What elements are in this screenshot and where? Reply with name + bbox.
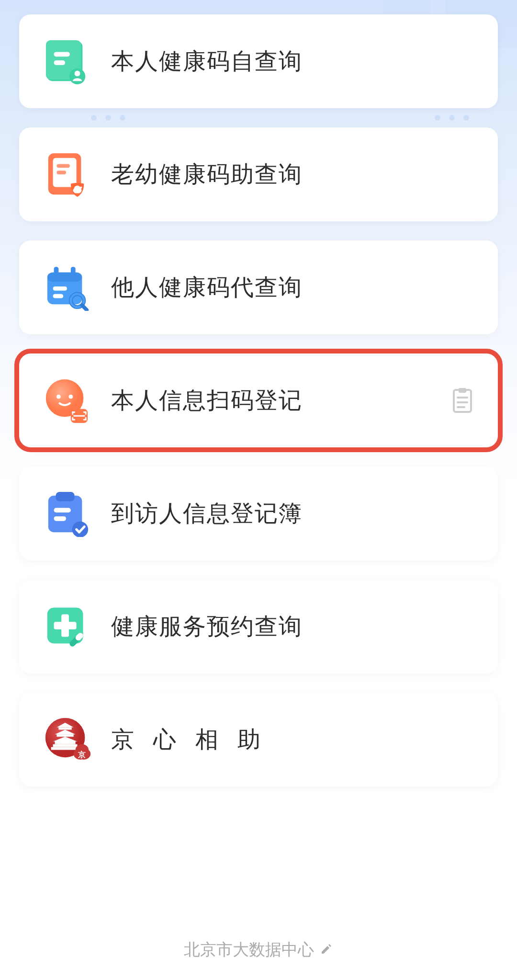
svg-rect-44	[58, 728, 71, 730]
medical-cross-icon	[43, 603, 91, 650]
svg-rect-31	[54, 508, 71, 513]
menu-item-self-healthcode-query[interactable]: 本人健康码自查询	[19, 14, 498, 108]
menu-item-elderly-child-healthcode-query[interactable]: 老幼健康码助查询	[19, 127, 498, 221]
face-scan-icon	[43, 376, 91, 424]
footer: 北京市大数据中心	[0, 939, 517, 961]
svg-rect-45	[56, 734, 73, 737]
svg-text:京: 京	[78, 751, 86, 759]
svg-rect-47	[53, 744, 78, 747]
menu-item-visitor-register[interactable]: 到访人信息登记簿	[19, 467, 498, 560]
beijing-temple-icon: 京	[43, 716, 91, 763]
svg-rect-24	[454, 390, 471, 412]
menu-item-others-healthcode-query[interactable]: 他人健康码代查询	[19, 240, 498, 334]
menu-item-label: 本人信息扫码登记	[111, 385, 451, 416]
clipboard-icon	[451, 387, 474, 414]
footer-text: 北京市大数据中心	[184, 939, 314, 961]
menu-item-label: 京心相助	[111, 724, 474, 755]
svg-point-20	[56, 395, 61, 399]
svg-rect-14	[53, 294, 64, 298]
svg-rect-11	[54, 267, 59, 277]
menu-item-label: 本人健康码自查询	[111, 46, 474, 77]
svg-rect-25	[459, 388, 466, 393]
edit-icon	[320, 941, 333, 959]
calendar-search-icon	[43, 263, 91, 311]
svg-rect-13	[53, 286, 67, 291]
svg-rect-37	[54, 622, 77, 629]
svg-rect-0	[54, 52, 70, 57]
menu-item-label: 健康服务预约查询	[111, 611, 474, 642]
menu-item-label: 他人健康码代查询	[111, 272, 474, 303]
tablet-shield-icon	[43, 150, 91, 198]
svg-rect-30	[56, 492, 74, 501]
svg-rect-7	[56, 171, 66, 174]
svg-point-21	[68, 395, 73, 399]
clipboard-check-icon	[43, 490, 91, 537]
svg-point-3	[75, 71, 80, 77]
svg-rect-48	[51, 747, 79, 750]
document-person-icon	[43, 37, 91, 85]
menu-item-label: 到访人信息登记簿	[111, 498, 474, 529]
svg-rect-46	[55, 741, 76, 744]
menu-item-label: 老幼健康码助查询	[111, 159, 474, 190]
menu-item-health-service-appointment[interactable]: 健康服务预约查询	[19, 580, 498, 673]
svg-rect-10	[47, 273, 82, 282]
svg-line-17	[82, 305, 87, 310]
menu-item-jingxin-assist[interactable]: 京 京心相助	[19, 693, 498, 786]
svg-rect-32	[54, 516, 66, 521]
svg-rect-1	[54, 60, 66, 65]
svg-rect-12	[71, 267, 76, 277]
svg-rect-6	[56, 164, 69, 168]
svg-point-33	[72, 522, 88, 537]
menu-item-self-scan-register[interactable]: 本人信息扫码登记	[19, 353, 498, 447]
menu-container: 本人健康码自查询 老幼健康码助查询	[0, 0, 517, 786]
